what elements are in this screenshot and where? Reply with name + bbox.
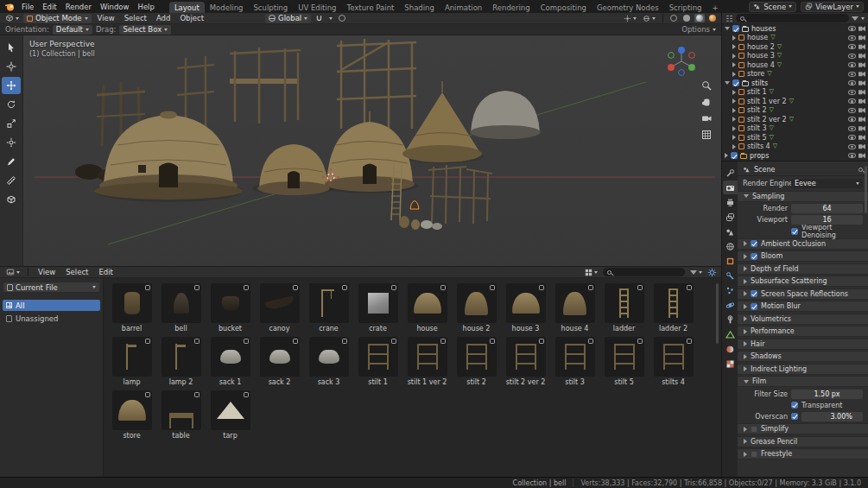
menu-edit[interactable]: Edit [95,268,116,276]
disable-render-camera-icon[interactable] [858,26,865,31]
asset-item[interactable]: house [402,283,452,333]
section-performance[interactable]: Performance [738,326,868,337]
menu-file[interactable]: File [17,3,38,11]
section-checkbox[interactable] [751,426,757,433]
expand-icon[interactable] [725,153,728,158]
outliner-row-object[interactable]: house 4▽ [722,60,868,70]
menu-view[interactable]: View [35,268,59,276]
filter-funnel-icon[interactable] [852,16,858,21]
hide-viewport-eye-icon[interactable] [848,98,856,104]
section-checkbox[interactable] [751,290,757,297]
tab-material[interactable] [723,342,738,356]
asset-item[interactable]: stilt 2 ver 2 [501,337,550,386]
asset-thumbnail[interactable] [654,283,694,323]
disable-render-camera-icon[interactable] [858,35,865,41]
zoom-icon[interactable] [701,80,712,91]
outliner-row-object[interactable]: stilt 2 ver 2▽ [722,115,868,124]
collection-checkbox[interactable] [732,25,739,32]
expand-icon[interactable] [732,108,736,113]
section-hair[interactable]: Hair [738,339,868,350]
outliner-row-object[interactable]: stilt 1▽ [722,88,868,98]
tool-transform[interactable] [2,134,21,151]
tab-render[interactable] [723,181,738,194]
tab-texture[interactable] [723,357,738,371]
asset-library-selector[interactable]: Current File [3,282,100,293]
disable-render-camera-icon[interactable] [858,108,865,113]
disable-render-camera-icon[interactable] [858,153,865,158]
scene-selector[interactable]: Scene [749,2,796,12]
asset-item[interactable]: house 3 [501,283,550,333]
workspace-tab-shading[interactable]: Shading [399,2,440,13]
tab-constraints[interactable] [723,313,738,326]
viewport-samples-field[interactable]: 16 [791,215,863,225]
outliner-row-collection-houses[interactable]: houses [722,24,868,34]
section-film[interactable]: Film [738,376,868,387]
tab-object[interactable] [723,254,738,268]
hide-viewport-eye-icon[interactable] [848,153,856,158]
asset-item[interactable]: lamp 2 [156,337,206,386]
asset-item[interactable]: sack 2 [255,337,304,386]
asset-thumbnail[interactable] [162,390,201,430]
snap-toggle[interactable] [314,14,325,23]
catalog-unassigned[interactable]: Unassigned [3,313,100,324]
snap-settings[interactable] [327,16,334,21]
collapse-icon[interactable] [725,81,730,85]
workspace-tab-uv-editing[interactable]: UV Editing [293,2,341,13]
outliner-row-object[interactable]: house 3▽ [722,52,868,61]
viewlayer-selector[interactable]: ViewLayer [801,2,864,12]
section-checkbox[interactable] [751,303,757,310]
section-simplify[interactable]: Simplify [738,423,868,434]
workspace-tab-texture-paint[interactable]: Texture Paint [342,2,400,13]
orientation-dropdown[interactable]: Default [53,25,92,35]
filter-button[interactable] [688,269,704,276]
menu-view[interactable]: View [94,14,118,22]
hide-viewport-eye-icon[interactable] [848,126,856,131]
display-size-button[interactable] [583,268,599,277]
navigation-gizmo[interactable] [664,44,699,79]
tool-scale[interactable] [2,115,21,132]
asset-item[interactable]: tarp [206,390,255,440]
asset-item[interactable]: ladder 2 [649,283,698,333]
collection-name[interactable]: houses [751,25,776,33]
transparent-checkbox[interactable] [791,402,798,409]
tab-output[interactable] [723,195,738,209]
disable-render-camera-icon[interactable] [858,135,865,140]
asset-thumbnail[interactable] [112,283,152,323]
tab-object-data[interactable] [723,327,738,341]
hide-viewport-eye-icon[interactable] [848,72,856,77]
asset-thumbnail[interactable] [506,337,546,377]
disable-render-camera-icon[interactable] [858,90,865,95]
object-name[interactable]: store [747,70,764,78]
menu-edit[interactable]: Edit [38,3,60,11]
expand-icon[interactable] [732,72,736,77]
section-sampling[interactable]: Sampling [738,191,868,202]
menu-select[interactable]: Select [62,268,92,276]
disable-render-camera-icon[interactable] [858,54,865,59]
workspace-tab-rendering[interactable]: Rendering [487,2,535,13]
breadcrumb-scene[interactable]: Scene [754,166,775,174]
asset-thumbnail[interactable] [260,283,300,323]
asset-thumbnail[interactable] [162,283,201,323]
expand-icon[interactable] [732,98,736,104]
asset-thumbnail[interactable] [162,337,201,377]
tab-modifiers[interactable] [723,269,738,282]
tool-select-box[interactable] [2,39,21,56]
disable-render-camera-icon[interactable] [858,98,865,104]
disable-render-camera-icon[interactable] [858,144,865,149]
asset-thumbnail[interactable] [457,283,497,323]
asset-thumbnail[interactable] [112,337,152,377]
object-name[interactable]: stilt 1 ver 2 [747,98,787,105]
disable-render-camera-icon[interactable] [858,80,865,86]
asset-thumbnail[interactable] [358,337,398,377]
outliner-row-object[interactable]: stilt 5▽ [722,133,868,143]
tool-measure[interactable] [2,172,21,189]
asset-item[interactable]: barrel [107,283,156,333]
hide-viewport-eye-icon[interactable] [848,144,856,149]
render-engine-dropdown[interactable]: Eevee [791,179,863,188]
disable-render-camera-icon[interactable] [858,126,865,131]
expand-icon[interactable] [732,35,736,41]
asset-thumbnail[interactable] [506,283,546,323]
tool-move[interactable] [2,77,21,94]
outliner-row-collection-props[interactable]: props [722,151,868,161]
workspace-tab-scripting[interactable]: Scripting [664,2,707,13]
